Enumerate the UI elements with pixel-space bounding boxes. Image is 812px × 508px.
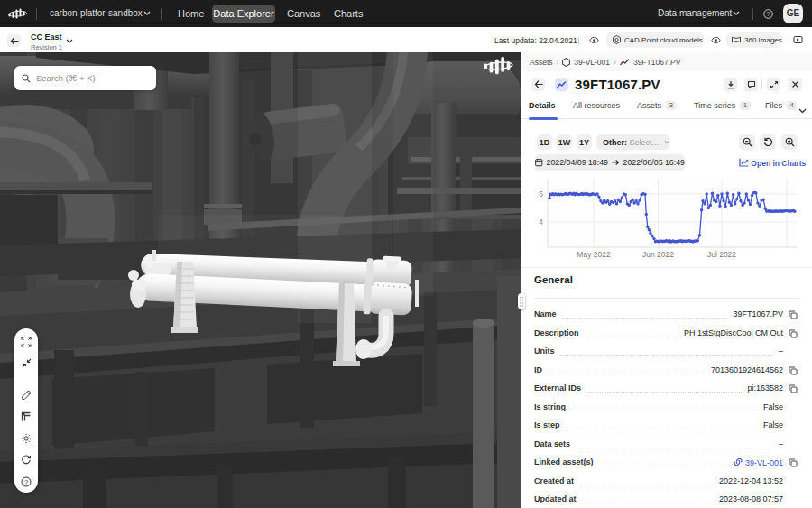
svg-text:May 2022: May 2022: [577, 250, 611, 259]
svg-text:4: 4: [539, 217, 543, 226]
svg-text:6: 6: [539, 189, 543, 199]
svg-text:?: ?: [767, 11, 770, 17]
svg-text:?: ?: [24, 478, 28, 486]
svg-text:Jul 2022: Jul 2022: [707, 250, 736, 259]
svg-text:Jun 2022: Jun 2022: [642, 250, 674, 259]
